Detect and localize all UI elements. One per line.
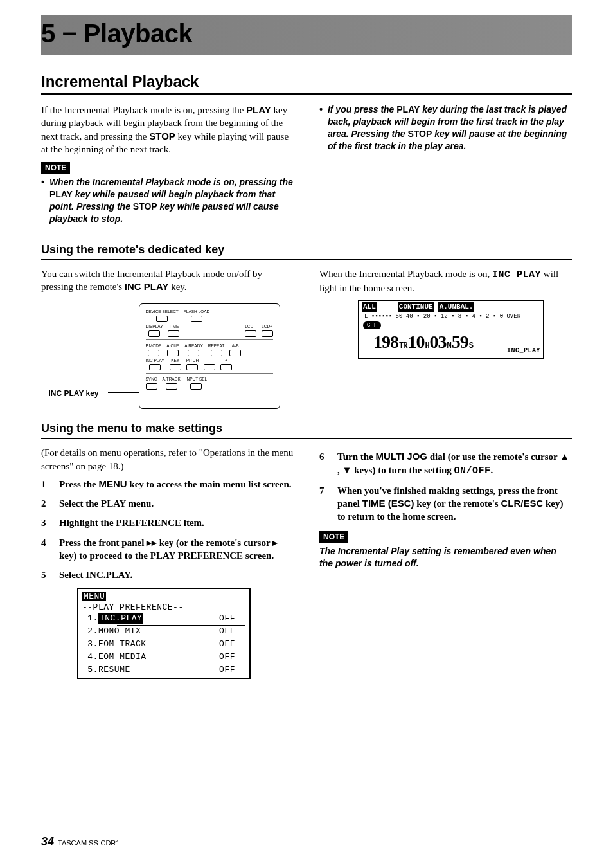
- remote-btn-label: DEVICE SELECT: [146, 309, 179, 315]
- remote-btn-label: A.CUE: [166, 343, 179, 349]
- remote-button: [156, 316, 168, 322]
- remote-button: [245, 330, 256, 337]
- remote-btn-label: FLASH LOAD: [184, 309, 209, 315]
- menu-row-label: MONO MIX: [98, 626, 141, 637]
- remote-btn-label: TIME: [169, 324, 179, 330]
- timeesc-key-label: TIME (ESC): [362, 498, 414, 509]
- steps-list-left: Press the MENU key to access the main me…: [41, 478, 294, 582]
- remote-button: [167, 350, 179, 356]
- chapter-title: 5 − Playback: [41, 19, 572, 48]
- subsection-heading-2: Using the menu to make settings: [41, 422, 572, 435]
- clresc-key-label: CLR/ESC: [501, 498, 543, 509]
- incplay-key-label: INC PLAY: [125, 281, 169, 292]
- step-item: Press the MENU key to access the main me…: [41, 478, 294, 491]
- lcd-incplay-indicator: INC_PLAY: [507, 347, 540, 356]
- remote-button: [168, 330, 179, 337]
- remote-btn-label: SYNC: [146, 377, 157, 383]
- remote-button: [204, 364, 215, 370]
- menu-lcd-subtitle: --PLAY PREFERENCE--: [82, 602, 245, 613]
- step-item: Turn the MULTI JOG dial (or use the remo…: [319, 450, 572, 478]
- menu-lcd: MENU --PLAY PREFERENCE-- 1.INC.PLAYOFF 2…: [77, 588, 251, 679]
- remote-button: [188, 350, 199, 356]
- incplay-mono: INC_PLAY: [492, 269, 541, 280]
- play-key-label: PLAY: [246, 104, 271, 115]
- step-item: Select the PLAY menu.: [41, 497, 294, 510]
- multijog-key-label: MULTI JOG: [375, 451, 427, 462]
- section1-right-column: • If you press the PLAY key during the l…: [319, 104, 572, 230]
- subsection-rule: Using the remote's dedicated key: [41, 243, 572, 260]
- stop-key-label: STOP: [149, 131, 175, 141]
- menu-row-value: OFF: [219, 626, 245, 637]
- remote-btn-label: –: [208, 358, 211, 364]
- menu-key-label: MENU: [98, 478, 127, 489]
- lcd-continue-badge: CONTINUE: [398, 302, 434, 312]
- remote-button: [148, 330, 160, 337]
- remote-btn-label: INC PLAY: [146, 358, 164, 364]
- remote-btn-label: A.TRACK: [163, 377, 181, 383]
- lcd-meter: L ▪▪▪▪▪▪ 50 40 ▪ 20 ▪ 12 ▪ 8 ▪ 4 ▪ 2 ▪ 0…: [364, 312, 540, 320]
- remote-button: [166, 383, 177, 390]
- section3-intro: (For details on menu operations, refer t…: [41, 446, 294, 473]
- remote-button: [146, 383, 157, 390]
- note-bullet: • When the Incremental Playback mode is …: [41, 176, 294, 225]
- remote-btn-label: +: [225, 358, 227, 364]
- onoff-mono: ON/OFF: [454, 466, 491, 476]
- section-heading: Incremental Playback: [41, 73, 572, 91]
- stop-key-label-3: STOP: [407, 129, 432, 139]
- note-label: NOTE: [41, 162, 70, 174]
- subsection-rule-2: Using the menu to make settings: [41, 422, 572, 439]
- step-item: Highlight the PREFERENCE item.: [41, 516, 294, 529]
- steps-list-right: Turn the MULTI JOG dial (or use the remo…: [319, 450, 572, 523]
- remote-btn-label: A.READY: [184, 343, 203, 349]
- remote-button: [220, 364, 232, 370]
- section-heading-rule: Incremental Playback: [41, 73, 572, 95]
- remote-btn-label: KEY: [171, 358, 179, 364]
- menu-row-label: INC.PLAY: [98, 613, 143, 624]
- section2-right-p: When the Incremental Playback mode is on…: [319, 267, 572, 295]
- remote-box: DEVICE SELECT FLASH LOAD DISPLAY TIME LC…: [139, 303, 280, 409]
- play-key-label-3: PLAY: [396, 104, 420, 114]
- footer-model: TASCAM SS-CDR1: [58, 839, 120, 847]
- remote-button: [190, 383, 202, 390]
- section2-left-p: You can switch the Incremental Playback …: [41, 267, 294, 294]
- section1-left-column: If the Incremental Playback mode is on, …: [41, 104, 294, 230]
- lcd-all-badge: ALL: [362, 302, 377, 312]
- remote-button: [148, 350, 159, 356]
- remote-button: [149, 364, 161, 370]
- section3-left-column: (For details on menu operations, refer t…: [41, 446, 294, 679]
- remote-btn-label: LCD–: [245, 324, 256, 330]
- remote-btn-label: INPUT SEL: [186, 377, 207, 383]
- section3-right-column: Turn the MULTI JOG dial (or use the remo…: [319, 446, 572, 679]
- step-item: Select INC.PLAY.: [41, 568, 294, 581]
- menu-row-value: OFF: [219, 652, 245, 663]
- right-bullet: • If you press the PLAY key during the l…: [319, 104, 572, 152]
- remote-button: [170, 364, 181, 370]
- stop-key-label-2: STOP: [133, 201, 157, 212]
- bullet-icon: •: [319, 104, 323, 152]
- lcd-cf-badge: C F: [363, 321, 381, 329]
- step-item: Press the front panel ▸▸ key (or the rem…: [41, 536, 294, 563]
- step-item: When you've finished making settings, pr…: [319, 484, 572, 523]
- menu-row-value: OFF: [219, 613, 245, 624]
- menu-row-value: OFF: [219, 639, 245, 650]
- menu-row-label: EOM TRACK: [98, 639, 147, 650]
- play-key-label-2: PLAY: [49, 189, 73, 199]
- section2-left-column: You can switch the Incremental Playback …: [41, 267, 294, 410]
- menu-row-value: OFF: [219, 665, 245, 676]
- menu-row-label: RESUME: [98, 665, 130, 676]
- remote-btn-label: A-B: [232, 343, 239, 349]
- remote-button: [186, 364, 198, 370]
- remote-btn-label: DISPLAY: [146, 324, 163, 330]
- menu-row-label: EOM MEDIA: [98, 652, 147, 663]
- chapter-banner: 5 − Playback: [41, 15, 572, 55]
- note-label-2: NOTE: [319, 531, 348, 543]
- remote-btn-label: LCD+: [262, 324, 272, 330]
- remote-diagram: INC PLAY key DEVICE SELECT FLASH LOAD DI…: [55, 303, 280, 409]
- note-body: The Incremental Play setting is remember…: [319, 545, 572, 570]
- home-lcd: ALL CONTINUE A.UNBAL. L ▪▪▪▪▪▪ 50 40 ▪ 2…: [358, 300, 544, 359]
- remote-button: [229, 350, 241, 356]
- page-number: 34: [41, 835, 54, 849]
- bullet-icon: •: [41, 176, 44, 225]
- section1-intro: If the Incremental Playback mode is on, …: [41, 104, 294, 156]
- subsection-heading: Using the remote's dedicated key: [41, 243, 572, 257]
